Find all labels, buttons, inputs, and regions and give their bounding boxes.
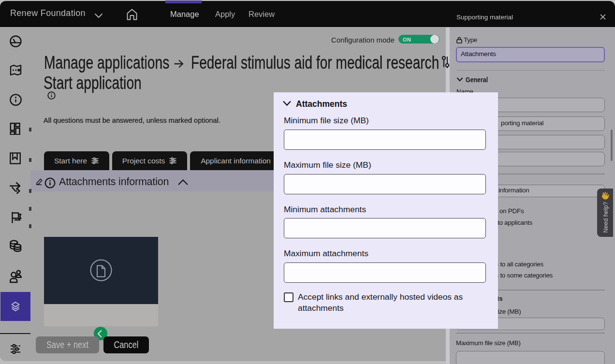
svg-text:Need help?: Need help? <box>602 202 609 233</box>
